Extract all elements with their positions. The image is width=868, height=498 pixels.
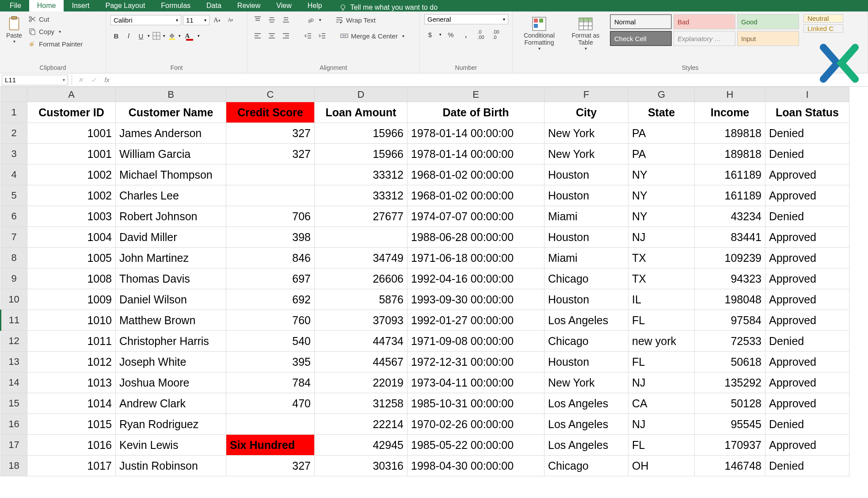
- cell[interactable]: [226, 414, 315, 435]
- cell[interactable]: 1011: [27, 331, 116, 352]
- col-header-B[interactable]: B: [116, 87, 226, 102]
- cell[interactable]: 1971-09-08 00:00:00: [407, 331, 544, 352]
- cell[interactable]: NY: [628, 206, 695, 227]
- cell[interactable]: 189818: [695, 123, 765, 144]
- orientation-button[interactable]: ab: [305, 14, 316, 26]
- cell[interactable]: 22019: [315, 372, 407, 393]
- table-row[interactable]: 81005John Martinez846347491971-06-18 00:…: [1, 248, 849, 268]
- cell[interactable]: 31258: [315, 393, 407, 414]
- cell[interactable]: 706: [226, 206, 315, 227]
- cell[interactable]: Thomas Davis: [116, 268, 226, 289]
- cell[interactable]: 1971-06-18 00:00:00: [407, 248, 544, 268]
- table-row[interactable]: 121011Christopher Harris540447341971-09-…: [1, 331, 849, 352]
- cell[interactable]: 1004: [27, 227, 116, 248]
- cell[interactable]: 109239: [695, 248, 765, 268]
- cancel-formula-button[interactable]: ✕: [74, 75, 87, 85]
- cell[interactable]: Kevin Lewis: [116, 435, 226, 456]
- tab-view[interactable]: View: [268, 0, 299, 11]
- cell[interactable]: Houston: [544, 165, 628, 185]
- cell[interactable]: 692: [226, 289, 315, 310]
- fx-button[interactable]: fx: [100, 75, 114, 85]
- cell-header[interactable]: Date of Birth: [407, 102, 544, 123]
- cell[interactable]: 1993-09-30 00:00:00: [407, 289, 544, 310]
- cell[interactable]: 34749: [315, 248, 407, 268]
- name-box[interactable]: L11 ▾: [2, 75, 68, 85]
- cell[interactable]: 15966: [315, 144, 407, 165]
- cell[interactable]: new york: [628, 331, 695, 352]
- cell[interactable]: 1998-04-30 00:00:00: [407, 456, 544, 476]
- cell[interactable]: Joseph White: [116, 352, 226, 372]
- cell[interactable]: 26606: [315, 268, 407, 289]
- cell[interactable]: Approved: [765, 352, 849, 372]
- table-row[interactable]: 151014Andrew Clark470312581985-10-31 00:…: [1, 393, 849, 414]
- cell[interactable]: 50618: [695, 352, 765, 372]
- row-header-16[interactable]: 16: [1, 414, 27, 435]
- cell[interactable]: John Martinez: [116, 248, 226, 268]
- cell[interactable]: 1017: [27, 456, 116, 476]
- cell[interactable]: Houston: [544, 227, 628, 248]
- cell[interactable]: [226, 185, 315, 206]
- cell[interactable]: 50128: [695, 393, 765, 414]
- cell-header[interactable]: Customer Name: [116, 102, 226, 123]
- cell-styles-gallery[interactable]: Normal Bad Good Check Cell Explanatory ……: [610, 14, 799, 46]
- cell[interactable]: 135292: [695, 372, 765, 393]
- cell[interactable]: 1010: [27, 310, 116, 331]
- cell[interactable]: 1015: [27, 414, 116, 435]
- row-header-12[interactable]: 12: [1, 331, 27, 352]
- cell[interactable]: Approved: [765, 185, 849, 206]
- cell[interactable]: 846: [226, 248, 315, 268]
- cell[interactable]: FL: [628, 352, 695, 372]
- cell[interactable]: Los Angeles: [544, 435, 628, 456]
- cell[interactable]: Denied: [765, 123, 849, 144]
- borders-button[interactable]: [151, 30, 162, 42]
- table-row[interactable]: 61003Robert Johnson706276771974-07-07 00…: [1, 206, 849, 227]
- cell[interactable]: New York: [544, 372, 628, 393]
- cell[interactable]: 398: [226, 227, 315, 248]
- cell[interactable]: Christopher Harris: [116, 331, 226, 352]
- accounting-button[interactable]: $: [424, 29, 436, 40]
- col-header-F[interactable]: F: [544, 87, 628, 102]
- increase-decimal-button[interactable]: .0.00: [475, 29, 487, 40]
- cell[interactable]: 83441: [695, 227, 765, 248]
- cell[interactable]: NJ: [628, 372, 695, 393]
- cell[interactable]: Denied: [765, 414, 849, 435]
- cell[interactable]: [315, 227, 407, 248]
- cell[interactable]: Approved: [765, 165, 849, 185]
- underline-button[interactable]: U: [135, 30, 147, 42]
- style-neutral[interactable]: Neutral: [803, 14, 843, 23]
- cell[interactable]: 470: [226, 393, 315, 414]
- cell[interactable]: IL: [628, 289, 695, 310]
- cell[interactable]: 97584: [695, 310, 765, 331]
- select-all-corner[interactable]: [1, 87, 27, 102]
- cell[interactable]: 37093: [315, 310, 407, 331]
- cell[interactable]: 44734: [315, 331, 407, 352]
- style-explanatory[interactable]: Explanatory …: [674, 31, 735, 46]
- cell[interactable]: Approved: [765, 268, 849, 289]
- cell[interactable]: 27677: [315, 206, 407, 227]
- table-row[interactable]: 51002Charles Lee333121968-01-02 00:00:00…: [1, 185, 849, 206]
- cell[interactable]: 95545: [695, 414, 765, 435]
- cell[interactable]: 72533: [695, 331, 765, 352]
- cell[interactable]: 1013: [27, 372, 116, 393]
- decrease-indent-button[interactable]: [302, 30, 314, 42]
- format-painter-button[interactable]: Format Painter: [28, 39, 83, 49]
- cell[interactable]: 1005: [27, 248, 116, 268]
- row-header-14[interactable]: 14: [1, 372, 27, 393]
- cell[interactable]: 1978-01-14 00:00:00: [407, 144, 544, 165]
- cell[interactable]: [226, 165, 315, 185]
- cell[interactable]: 5876: [315, 289, 407, 310]
- cell[interactable]: CA: [628, 393, 695, 414]
- cell[interactable]: William Garcia: [116, 144, 226, 165]
- table-row[interactable]: 161015Ryan Rodriguez222141970-02-26 00:0…: [1, 414, 849, 435]
- cell[interactable]: Approved: [765, 393, 849, 414]
- cell[interactable]: 33312: [315, 185, 407, 206]
- font-size-combo[interactable]: 11▾: [183, 15, 209, 25]
- cell[interactable]: OH: [628, 456, 695, 476]
- cell[interactable]: Denied: [765, 144, 849, 165]
- cell[interactable]: Approved: [765, 227, 849, 248]
- align-right-button[interactable]: [280, 30, 292, 42]
- cell[interactable]: 161189: [695, 185, 765, 206]
- cell[interactable]: Daniel Wilson: [116, 289, 226, 310]
- cell[interactable]: Miami: [544, 206, 628, 227]
- wrap-text-button[interactable]: Wrap Text: [335, 15, 376, 25]
